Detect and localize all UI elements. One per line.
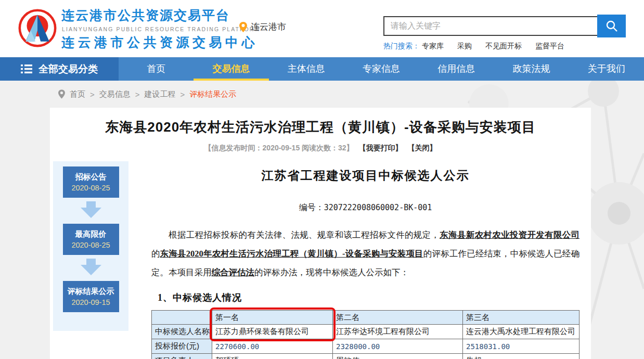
main-navbar: 全部交易分类 首页交易信息主体信息专家信息信用信息政策法规关于我们 xyxy=(0,57,644,81)
table-header-cell: 第三名 xyxy=(463,311,579,325)
row-label-cell: 项目负责人 xyxy=(152,354,212,359)
menu-icon xyxy=(21,65,32,73)
breadcrumb-construction[interactable]: 建设工程 xyxy=(145,89,176,99)
site-title: 连云港市公共资源交易平台 xyxy=(61,7,260,24)
hot-search-item[interactable]: 监督平台 xyxy=(535,42,564,51)
row-label-cell: 投标报价(元) xyxy=(152,339,212,354)
row-label-cell: 中标候选人名称 xyxy=(152,325,212,339)
table-row: 投标报价(元)2270600.002328000.002518031.00 xyxy=(152,339,579,354)
timeline-panel: 招标公告2020-08-25最高限价2020-08-25评标结果公示2020-0… xyxy=(53,161,128,331)
table-cell: 贺硕硕 xyxy=(212,354,333,359)
nav-item[interactable]: 主体信息 xyxy=(269,57,344,81)
all-categories-button[interactable]: 全部交易分类 xyxy=(0,57,119,81)
timeline-step[interactable]: 最高限价2020-08-25 xyxy=(63,224,119,255)
table-header-row: 第一名第二名第三名 xyxy=(152,311,579,325)
table-cell: 周敏伟 xyxy=(333,354,463,359)
candidates-table: 第一名第二名第三名中标候选人名称江苏力鼎环保装备有限公司江苏华达环境工程有限公司… xyxy=(151,310,579,359)
site-header: 连云港市公共资源交易平台 LIANYUNGANG PUBLIC RESOURCE… xyxy=(0,0,644,57)
breadcrumb-trade-info[interactable]: 交易信息 xyxy=(99,89,131,99)
nav-item[interactable]: 交易信息 xyxy=(194,57,268,81)
reference-number: 3207222008060002-BK-001 xyxy=(324,203,432,212)
hot-search-item[interactable]: 采购 xyxy=(457,42,472,51)
hot-search-bar: 热门搜索： 专家库采购不见面开标监督平台 xyxy=(383,42,626,51)
timeline-step-label: 招标公告 xyxy=(75,172,107,182)
breadcrumb-current: 评标结果公示 xyxy=(189,89,236,99)
timeline-step[interactable]: 评标结果公示2020-09-15 xyxy=(63,281,119,312)
site-title-en: LIANYUNGANG PUBLIC RESOURCE TRADING PLAT… xyxy=(62,26,260,32)
search-button[interactable] xyxy=(597,15,626,37)
city-selector[interactable]: 连云港市 xyxy=(239,21,286,33)
paragraph-segment: 的评标办法，现将中标候选人公示如下： xyxy=(254,267,409,277)
paragraph-segment: 综合评估法 xyxy=(212,267,255,277)
timeline-step-date: 2020-08-25 xyxy=(71,241,110,249)
paragraph-segment: 东海县新农村农业投资开发有限公司 xyxy=(440,230,579,240)
nav-item[interactable]: 政策法规 xyxy=(494,57,569,81)
paragraph-segment: 东海县2020年农村生活污水治理工程（黄川镇）-设备采购与安装项目 xyxy=(160,249,423,259)
table-header-cell: 第一名 xyxy=(212,311,333,325)
section-title: 1、中标候选人情况 xyxy=(151,291,579,304)
paragraph-segment: 的 xyxy=(151,249,160,259)
print-button[interactable]: 【我要打印】 xyxy=(359,144,403,152)
table-cell: 江苏力鼎环保装备有限公司 xyxy=(212,325,333,339)
site-subtitle: 连云港市公共资源交易中心 xyxy=(61,34,260,51)
nav-item[interactable]: 首页 xyxy=(119,57,194,81)
table-header-cell xyxy=(152,311,212,325)
search-input[interactable] xyxy=(383,16,597,36)
nav-item[interactable]: 信用信息 xyxy=(419,57,494,81)
all-categories-label: 全部交易分类 xyxy=(38,62,98,76)
nav-item[interactable]: 关于我们 xyxy=(569,57,644,81)
timeline-step[interactable]: 招标公告2020-08-25 xyxy=(63,166,119,198)
down-arrow-icon xyxy=(81,259,101,277)
article-meta: 【信息发布时间：2020-09-15 阅读次数：32】 【我要打印】 【关闭】 xyxy=(50,144,591,153)
paragraph-segment: 根据工程招标投标的有关法律、法规、规章和该工程招标文件的规定， xyxy=(169,230,440,240)
table-cell: 2518031.00 xyxy=(463,339,579,354)
table-cell: 2270600.00 xyxy=(212,339,333,354)
table-cell: 2328000.00 xyxy=(333,339,463,354)
notice-body: 江苏省工程建设项目中标候选人公示 编号：3207222008060002-BK-… xyxy=(128,161,591,359)
table-row: 中标候选人名称江苏力鼎环保装备有限公司江苏华达环境工程有限公司连云港大禹水处理工… xyxy=(152,325,579,339)
close-button[interactable]: 【关闭】 xyxy=(407,144,436,152)
search-area: 热门搜索： 专家库采购不见面开标监督平台 xyxy=(383,15,626,51)
publish-info: 【信息发布时间：2020-09-15 阅读次数：32】 xyxy=(204,144,354,152)
down-arrow-icon xyxy=(81,201,101,220)
reference-label: 编号： xyxy=(299,203,324,212)
timeline-step-date: 2020-09-15 xyxy=(71,298,110,306)
breadcrumb: 首页 > 交易信息 > 建设工程 > 评标结果公示 xyxy=(0,81,644,108)
nav-items: 首页交易信息主体信息专家信息信用信息政策法规关于我们 xyxy=(119,57,644,81)
hot-search-item[interactable]: 不见面开标 xyxy=(485,42,522,51)
notice-paragraph: 根据工程招标投标的有关法律、法规、规章和该工程招标文件的规定，东海县新农村农业投… xyxy=(151,226,579,282)
table-cell: 连云港大禹水处理工程有限公司 xyxy=(463,325,579,339)
table-cell: 江苏华达环境工程有限公司 xyxy=(333,325,463,339)
breadcrumb-separator: > xyxy=(181,90,185,99)
table-header-cell: 第二名 xyxy=(333,311,463,325)
article-title: 东海县2020年农村生活污水治理工程（黄川镇）-设备采购与安装项目 xyxy=(50,118,591,136)
table-cell: 朱超 xyxy=(463,354,579,359)
table-row: 项目负责人贺硕硕周敏伟朱超 xyxy=(152,354,579,359)
hot-search-label: 热门搜索： xyxy=(383,42,420,51)
hot-search-item[interactable]: 专家库 xyxy=(422,42,444,51)
nav-item[interactable]: 专家信息 xyxy=(344,57,419,81)
timeline-step-label: 评标结果公示 xyxy=(68,287,114,297)
breadcrumb-separator: > xyxy=(90,90,95,99)
site-logo-icon xyxy=(18,7,57,49)
content-card: 东海县2020年农村生活污水治理工程（黄川镇）-设备采购与安装项目 【信息发布时… xyxy=(50,108,591,359)
breadcrumb-pin-icon xyxy=(58,89,65,99)
site-logo-text: 连云港市公共资源交易平台 LIANYUNGANG PUBLIC RESOURCE… xyxy=(61,7,260,51)
reference-line: 编号：3207222008060002-BK-001 xyxy=(151,202,579,213)
timeline-step-date: 2020-08-25 xyxy=(71,184,110,192)
candidates-table-wrap: 第一名第二名第三名中标候选人名称江苏力鼎环保装备有限公司江苏华达环境工程有限公司… xyxy=(151,310,579,359)
breadcrumb-home[interactable]: 首页 xyxy=(70,89,85,99)
timeline-step-label: 最高限价 xyxy=(75,229,107,239)
notice-heading: 江苏省工程建设项目中标候选人公示 xyxy=(151,168,579,184)
breadcrumb-separator: > xyxy=(135,90,140,99)
city-name: 连云港市 xyxy=(251,21,286,33)
location-pin-icon xyxy=(239,22,247,32)
search-icon xyxy=(606,20,618,32)
